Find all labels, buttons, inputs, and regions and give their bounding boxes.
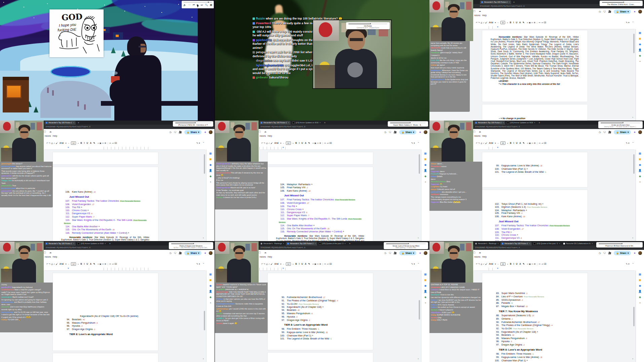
browser-tab[interactable]: [2/3] Quotes of the post / 3× [532, 242, 562, 245]
tab-close-icon[interactable]: × [73, 122, 74, 124]
toolbar-icons[interactable]: ∞ ▣ ▭ ≣ ⋮ ≔ ⇥ ⌫ [312, 142, 332, 144]
font-larger-button[interactable]: + [293, 142, 294, 144]
indent-marker[interactable]: ▼ [67, 267, 69, 269]
meet-icon[interactable]: 🎥 [608, 131, 611, 134]
player-button[interactable]: ⋯ [188, 4, 191, 6]
chat-username[interactable]: diegolucioo [256, 59, 272, 62]
chat-username[interactable]: petupan [256, 51, 267, 54]
font-caret-icon[interactable]: ▾ [495, 21, 496, 24]
font-select[interactable]: Arial [274, 142, 279, 144]
player-button[interactable]: ⏭ [201, 4, 203, 6]
gemini-icon[interactable]: ✦ [204, 252, 206, 255]
font-caret-icon[interactable]: ▾ [66, 142, 67, 144]
tab-close-icon[interactable]: × [73, 242, 74, 244]
editing-mode-button[interactable]: ✎ ▾ [626, 263, 630, 265]
format-buttons[interactable]: B I U A ✎ [510, 21, 525, 24]
meet-icon[interactable]: 🎥 [393, 252, 396, 255]
new-tab-button[interactable]: + [539, 121, 540, 124]
menu-bar[interactable]: nsions Help [474, 256, 487, 258]
editing-mode-button[interactable]: ✎ ▾ [626, 142, 630, 144]
next-icon[interactable]: › [203, 357, 204, 360]
docs-home-icons[interactable]: ▢ ☁ [259, 251, 268, 254]
toolbar-icons[interactable]: ∞ ▣ ▭ ≣ ⋮ ≔ ⇥ ⌫ [527, 142, 546, 144]
history-icon[interactable]: ◷ [599, 10, 601, 13]
font-larger-button[interactable]: + [507, 263, 508, 265]
share-button[interactable]: 🔒Share▾ [184, 130, 202, 134]
gemini-icon[interactable]: ✦ [633, 252, 636, 255]
gemini-icon[interactable]: ✦ [633, 10, 636, 13]
history-icon[interactable]: ◷ [384, 131, 386, 134]
history-icon[interactable]: ◷ [169, 252, 172, 255]
comments-icon[interactable]: 🗨 [389, 252, 391, 255]
comments-icon[interactable]: 🗨 [603, 10, 606, 13]
font-select[interactable]: Arial [489, 21, 493, 24]
next-icon[interactable]: › [632, 116, 633, 119]
account-avatar[interactable] [638, 10, 642, 13]
next-icon[interactable]: › [203, 236, 204, 239]
meet-icon[interactable]: 🎥 [608, 10, 611, 13]
next-icon[interactable]: › [632, 236, 633, 239]
toolbar-icons[interactable]: ↶ ↷ 🖨 ✓ 🖌 [46, 142, 58, 144]
format-buttons[interactable]: B I U A ✎ [80, 142, 96, 144]
comments-icon[interactable]: 🗨 [174, 252, 177, 255]
docs-home-icons[interactable]: ▢ ☁ [473, 251, 483, 254]
player-button[interactable]: ⏮ [193, 4, 195, 6]
new-tab-button[interactable]: + [324, 121, 326, 124]
toolbar-icons[interactable]: ∞ ▣ ▭ ≣ ⋮ ≔ ⇥ ⌫ [527, 21, 546, 24]
indent-marker[interactable]: ▼ [67, 146, 69, 149]
tab-close-icon[interactable]: × [559, 242, 560, 244]
font-size-field[interactable]: 12 [71, 141, 76, 145]
font-select[interactable]: Arial [489, 263, 493, 265]
collapse-toolbar-icon[interactable]: ⌃ [632, 21, 634, 24]
chat-username[interactable]: ppinho2711 [256, 38, 272, 42]
tab-close-icon[interactable]: × [283, 242, 284, 244]
browser-tab[interactable]: Alexander's - Rankings× [259, 242, 286, 245]
font-caret-icon[interactable]: ▾ [495, 142, 496, 144]
font-select[interactable]: Arial [489, 142, 493, 144]
format-buttons[interactable]: B I U A ✎ [295, 263, 311, 265]
menu-bar[interactable]: nsions Help [45, 256, 57, 258]
chat-username[interactable]: PowerNerd [256, 22, 271, 25]
indent-marker[interactable]: ▼ [497, 267, 499, 269]
account-avatar[interactable] [209, 130, 213, 134]
account-avatar[interactable] [209, 251, 213, 255]
toolbar-icons[interactable]: ∞ ▣ ▭ ≣ ⋮ ≔ ⇥ ⌫ [312, 263, 332, 265]
new-tab-button[interactable]: + [349, 242, 351, 245]
font-smaller-button[interactable]: − [498, 22, 499, 24]
tab-close-icon[interactable]: × [319, 122, 321, 124]
browser-tab[interactable]: Favourite DS Collaborations fo× [562, 242, 594, 245]
format-buttons[interactable]: B I U A ✎ [80, 263, 96, 265]
scrollbar[interactable] [633, 34, 635, 53]
menu-bar[interactable]: nsions Help [45, 135, 57, 137]
seek-handle[interactable] [208, 2, 209, 3]
browser-tab[interactable]: Alexander's - Rankings× [474, 242, 500, 245]
share-button[interactable]: 🔒Share▾ [399, 130, 417, 134]
collapse-toolbar-icon[interactable]: ⌃ [418, 263, 419, 265]
browser-tab[interactable]: Alexander's Top 100 Fiction 2× [44, 242, 76, 245]
account-avatar[interactable] [424, 130, 427, 134]
editing-mode-button[interactable]: ✎ ▾ [411, 142, 415, 144]
browser-tab[interactable]: [2/3] Anime Updates on 9/16× [505, 121, 537, 125]
account-avatar[interactable] [638, 130, 642, 134]
tab-close-icon[interactable]: × [105, 242, 106, 244]
toolbar-icons[interactable]: ↶ ↷ 🖨 ✓ 🖌 [261, 142, 273, 144]
tab-close-icon[interactable]: × [314, 242, 316, 244]
scrollbar[interactable] [204, 311, 205, 330]
browser-tab[interactable]: [2/3] Anime Updates on 9/16× [291, 121, 322, 125]
editing-mode-button[interactable]: ✎ ▾ [196, 142, 200, 144]
docs-home-icons[interactable]: ▢ ☁ [44, 251, 53, 254]
font-smaller-button[interactable]: − [68, 263, 70, 265]
font-larger-button[interactable]: + [293, 263, 294, 265]
collapse-toolbar-icon[interactable]: ⌃ [203, 142, 204, 144]
next-icon[interactable]: › [418, 236, 419, 239]
scrollbar[interactable] [419, 300, 420, 320]
toolbar-icons[interactable]: ↶ ↷ 🖨 ✓ 🖌 [476, 263, 487, 265]
account-avatar[interactable] [638, 251, 642, 255]
gemini-icon[interactable]: ✦ [419, 131, 421, 134]
font-caret-icon[interactable]: ▾ [280, 142, 281, 144]
gemini-icon[interactable]: ✦ [419, 252, 421, 255]
menu-bar[interactable]: nsions Help [260, 256, 272, 258]
font-caret-icon[interactable]: ▾ [280, 263, 281, 265]
next-icon[interactable]: › [632, 357, 633, 360]
font-size-field[interactable]: 11 [500, 21, 505, 24]
